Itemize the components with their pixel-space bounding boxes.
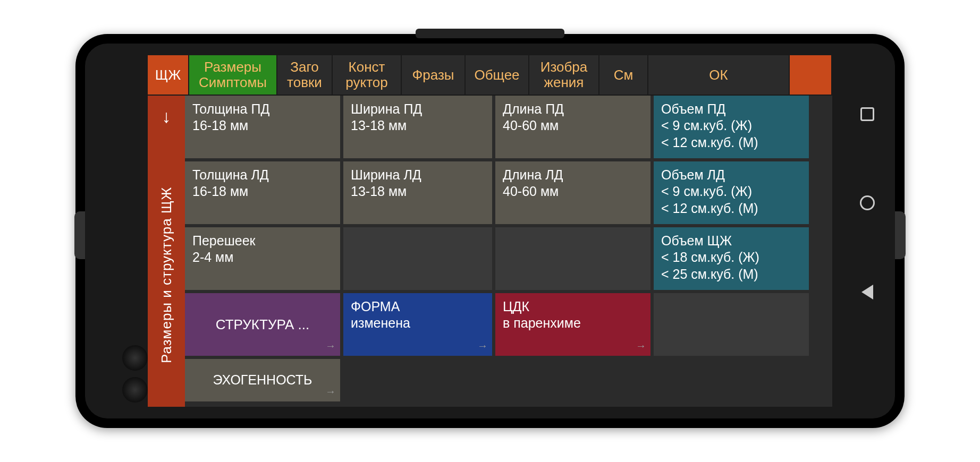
app-screen: ЩЖ Размеры Симптомы Заго товки Конст рук… <box>148 55 832 407</box>
cell-volume-ld[interactable]: Объем ЛД < 9 см.куб. (Ж) < 12 см.куб. (М… <box>654 161 809 224</box>
speaker-notch <box>416 29 564 38</box>
cell-echogenicity[interactable]: ЭХОГЕННОСТЬ → <box>185 359 340 401</box>
cell-title: СТРУКТУРА ... <box>216 316 309 333</box>
cell-thickness-ld[interactable]: Толщина ЛД 16-18 мм <box>185 161 340 224</box>
tab-label: Изобра жения <box>540 59 588 90</box>
chevron-right-icon: → <box>636 339 646 353</box>
tab-end-accent[interactable] <box>790 55 832 95</box>
phone-inner: ЩЖ Размеры Симптомы Заго товки Конст рук… <box>85 44 895 418</box>
cell-title: Длина ЛД <box>503 167 643 183</box>
cell-value: 2-4 мм <box>192 249 333 266</box>
cell-value: 16-18 мм <box>192 117 333 134</box>
tab-ok[interactable]: ОК <box>648 55 790 95</box>
cell-value: 13-18 мм <box>351 183 485 200</box>
phone-frame: ЩЖ Размеры Симптомы Заго товки Конст рук… <box>75 34 905 428</box>
side-notch-left <box>74 211 86 259</box>
tab-general[interactable]: Общее <box>466 55 529 95</box>
back-icon[interactable] <box>861 285 873 300</box>
cell-width-ld[interactable]: Ширина ЛД 13-18 мм <box>343 161 492 224</box>
cell-value: < 9 см.куб. (Ж) < 12 см.куб. (М) <box>661 117 801 151</box>
cell-title: ЭХОГЕННОСТЬ <box>213 372 312 388</box>
chevron-right-icon: → <box>325 339 336 353</box>
chevron-right-icon: → <box>477 339 488 353</box>
cell-cdk[interactable]: ЦДК в паренхиме → <box>495 293 650 356</box>
cell-width-pd[interactable]: Ширина ПД 13-18 мм <box>343 96 492 158</box>
cell-structure[interactable]: СТРУКТУРА ... → <box>185 293 340 356</box>
cell-title: Толщина ПД <box>192 101 333 117</box>
cell-title: ЦДК <box>503 298 643 315</box>
tab-label: ЩЖ <box>155 67 181 83</box>
cell-length-ld[interactable]: Длина ЛД 40-60 мм <box>495 161 650 224</box>
cell-empty <box>343 359 809 401</box>
chevron-right-icon: → <box>325 385 336 398</box>
cell-value: в паренхиме <box>503 315 643 331</box>
body-row: ↓ Размеры и структура ЩЖ Толщина ПД 16-1… <box>148 96 832 407</box>
cell-value: < 9 см.куб. (Ж) < 12 см.куб. (М) <box>661 183 801 217</box>
tab-label: См <box>614 67 633 83</box>
tab-templates[interactable]: Заго товки <box>277 55 333 95</box>
tab-images[interactable]: Изобра жения <box>529 55 599 95</box>
tab-label: Размеры Симптомы <box>199 59 267 90</box>
cell-empty <box>654 293 809 356</box>
cell-empty <box>343 227 492 290</box>
sidebar-section-label: Размеры и структура ЩЖ <box>158 138 175 407</box>
home-icon[interactable] <box>860 195 875 210</box>
tab-label: ОК <box>709 67 728 83</box>
cell-title: Объем ЛД <box>661 167 801 183</box>
cell-title: Ширина ЛД <box>351 167 485 183</box>
cell-title: Объем ЩЖ <box>661 233 801 249</box>
cell-value: изменена <box>351 315 485 331</box>
tab-cm[interactable]: См <box>599 55 648 95</box>
android-nav-bar <box>860 107 875 300</box>
tab-phrases[interactable]: Фразы <box>402 55 466 95</box>
cell-volume-total[interactable]: Объем ЩЖ < 18 см.куб. (Ж) < 25 см.куб. (… <box>654 227 809 290</box>
cell-value: 16-18 мм <box>192 183 333 200</box>
cell-title: Ширина ПД <box>351 101 485 117</box>
tab-label: Общее <box>474 67 519 83</box>
cell-title: Длина ПД <box>503 101 643 117</box>
sidebar: ↓ Размеры и структура ЩЖ <box>148 96 185 407</box>
cell-form[interactable]: ФОРМА изменена → <box>343 293 492 356</box>
cell-title: Перешеек <box>192 233 333 249</box>
cell-value: 13-18 мм <box>351 117 485 134</box>
cell-value: 40-60 мм <box>503 183 643 200</box>
camera-lens-1 <box>122 345 148 371</box>
cell-empty <box>495 227 650 290</box>
cell-length-pd[interactable]: Длина ПД 40-60 мм <box>495 96 650 158</box>
tab-bar: ЩЖ Размеры Симптомы Заго товки Конст рук… <box>148 55 832 96</box>
tab-organ[interactable]: ЩЖ <box>148 55 189 95</box>
tab-sizes-symptoms[interactable]: Размеры Симптомы <box>189 55 277 95</box>
cell-value: 40-60 мм <box>503 117 643 134</box>
tab-label: Заго товки <box>287 59 322 90</box>
tab-label: Конст руктор <box>345 59 387 90</box>
main-grid: Толщина ПД 16-18 мм Ширина ПД 13-18 мм Д… <box>185 96 832 407</box>
cell-title: Толщина ЛД <box>192 167 333 183</box>
camera-lens-2 <box>122 377 148 403</box>
cell-value: < 18 см.куб. (Ж) < 25 см.куб. (М) <box>661 249 801 283</box>
tab-constructor[interactable]: Конст руктор <box>333 55 402 95</box>
tab-label: Фразы <box>412 67 454 83</box>
cell-isthmus[interactable]: Перешеек 2-4 мм <box>185 227 340 290</box>
scroll-down-icon[interactable]: ↓ <box>162 96 171 138</box>
cell-volume-pd[interactable]: Объем ПД < 9 см.куб. (Ж) < 12 см.куб. (М… <box>654 96 809 158</box>
recent-apps-icon[interactable] <box>860 107 874 121</box>
side-notch-right <box>894 211 906 259</box>
cell-title: Объем ПД <box>661 101 801 117</box>
cell-thickness-pd[interactable]: Толщина ПД 16-18 мм <box>185 96 340 158</box>
cell-title: ФОРМА <box>351 298 485 315</box>
